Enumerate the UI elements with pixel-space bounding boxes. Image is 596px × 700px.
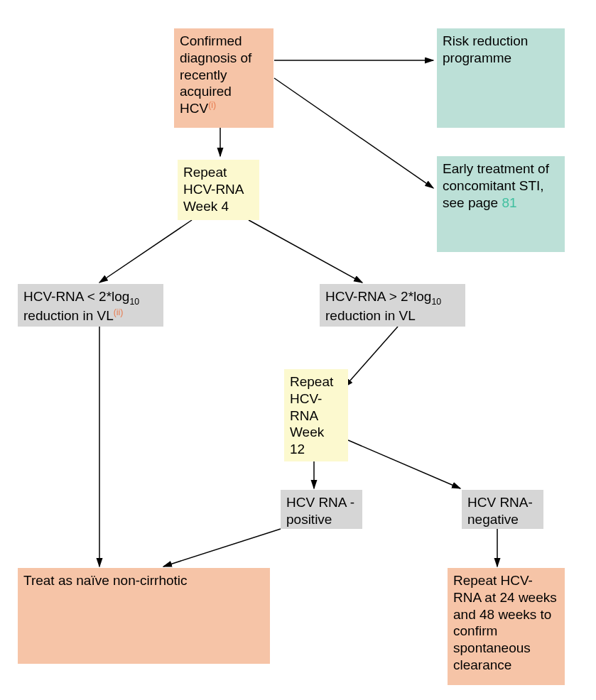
text: Risk reduction programme [443, 33, 528, 65]
node-early-treatment: Early treatment of concomitant STI, see … [437, 156, 565, 252]
node-greater-than-2log: HCV-RNA > 2*log10 reduction in VL [320, 284, 465, 327]
node-rna-negative: HCV RNA-negative [462, 490, 543, 529]
text: HCV RNA-negative [467, 495, 533, 527]
node-treat-naive: Treat as naïve non-cirrhotic [18, 568, 270, 664]
subscript: 10 [431, 297, 441, 307]
page-link-81[interactable]: 81 [502, 195, 516, 210]
svg-line-3 [99, 220, 192, 283]
svg-line-6 [345, 327, 398, 387]
text: Repeat HCV-RNA Week 12 [290, 374, 333, 456]
svg-line-9 [163, 529, 281, 567]
text: HCV RNA -positive [286, 495, 354, 527]
svg-line-1 [274, 78, 433, 188]
flowchart-canvas: Confirmed diagnosis of recently acquired… [0, 0, 596, 700]
text-a: HCV-RNA > 2*log [325, 289, 431, 304]
svg-line-8 [348, 440, 460, 488]
footnote-ii: (ii) [114, 307, 124, 317]
footnote-i: (i) [208, 100, 216, 110]
text: Repeat HCV-RNA at 24 weeks and 48 weeks … [453, 573, 557, 672]
text: Repeat HCV-RNA Week 4 [183, 165, 243, 214]
node-risk-reduction: Risk reduction programme [437, 28, 565, 128]
node-less-than-2log: HCV-RNA < 2*log10 reduction in VL(ii) [18, 284, 163, 327]
svg-line-4 [249, 220, 362, 283]
text-a: HCV-RNA < 2*log [23, 289, 129, 304]
node-rna-positive: HCV RNA -positive [281, 490, 362, 529]
text-b: reduction in VL [325, 308, 416, 323]
node-repeat-week4: Repeat HCV-RNA Week 4 [178, 160, 259, 220]
node-repeat-week12: Repeat HCV-RNA Week 12 [284, 369, 348, 461]
text: Treat as naïve non-cirrhotic [23, 573, 188, 588]
node-confirmed-hcv: Confirmed diagnosis of recently acquired… [174, 28, 273, 128]
subscript: 10 [129, 297, 139, 307]
node-repeat-confirm: Repeat HCV-RNA at 24 weeks and 48 weeks … [448, 568, 565, 685]
text-b: reduction in VL [23, 309, 114, 324]
text: Early treatment of concomitant STI, see … [443, 161, 549, 210]
